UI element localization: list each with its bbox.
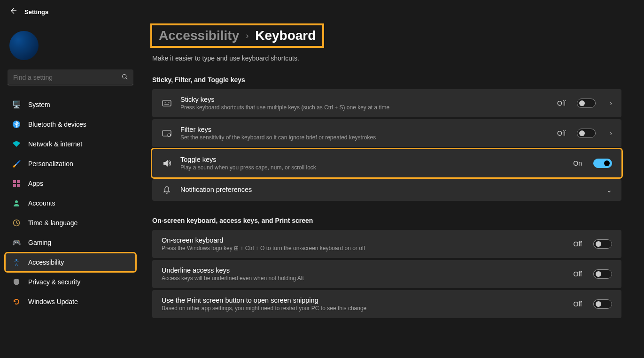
breadcrumb: Accessibility › Keyboard: [152, 25, 322, 46]
sidebar-item-label: Bluetooth & devices: [28, 121, 86, 128]
svg-point-0: [123, 75, 126, 78]
search-wrap: [8, 69, 133, 85]
shield-icon: [12, 278, 21, 286]
svg-point-11: [168, 134, 171, 137]
chevron-right-icon: ›: [246, 31, 248, 41]
row-desc: Play a sound when you press caps, num, o…: [180, 164, 565, 171]
breadcrumb-parent[interactable]: Accessibility: [159, 28, 239, 43]
section-head-keys: Sticky, Filter, and Toggle keys: [152, 76, 621, 84]
bluetooth-icon: [12, 120, 21, 129]
sidebar-item-accessibility[interactable]: Accessibility: [6, 253, 135, 271]
sidebar-item-privacy[interactable]: Privacy & security: [6, 273, 135, 291]
toggle-print-screen[interactable]: [593, 299, 612, 309]
row-onscreen-keyboard[interactable]: On-screen keyboard Press the Windows log…: [152, 230, 621, 258]
row-state: Off: [557, 99, 566, 107]
row-state: On: [573, 160, 582, 167]
sidebar-item-time[interactable]: Time & language: [6, 214, 135, 232]
sidebar-item-accounts[interactable]: Accounts: [6, 194, 135, 212]
breadcrumb-current: Keyboard: [255, 28, 316, 43]
toggle-underline-access-keys[interactable]: [593, 269, 612, 279]
search-icon: [122, 74, 128, 81]
row-underline-access-keys[interactable]: Underline access keys Access keys will b…: [152, 260, 621, 288]
row-filter-keys[interactable]: Filter keys Set the sensitivity of the k…: [152, 119, 621, 147]
svg-rect-4: [13, 184, 16, 187]
sidebar-item-label: Gaming: [28, 239, 51, 246]
row-state: Off: [557, 129, 566, 137]
row-state: Off: [574, 240, 582, 248]
row-print-screen[interactable]: Use the Print screen button to open scre…: [152, 290, 621, 318]
row-notification-prefs[interactable]: Notification preferences ⌄: [152, 179, 621, 201]
accessibility-icon: [12, 258, 21, 267]
svg-rect-2: [13, 180, 16, 183]
row-desc: Press keyboard shortcuts that use multip…: [180, 104, 549, 111]
svg-point-6: [15, 200, 18, 203]
keyboard-gear-icon: [162, 129, 172, 137]
row-desc: Press the Windows logo key ⊞ + Ctrl + O …: [162, 245, 565, 251]
sidebar-item-gaming[interactable]: 🎮 Gaming: [6, 234, 135, 251]
keyboard-icon: [162, 99, 172, 107]
display-icon: 🖥️: [12, 100, 21, 109]
svg-rect-5: [17, 184, 20, 187]
chevron-down-icon[interactable]: ⌄: [606, 186, 612, 194]
row-state: Off: [574, 300, 582, 308]
row-title: Use the Print screen button to open scre…: [162, 297, 565, 304]
section-head-osk: On-screen keyboard, access keys, and Pri…: [152, 217, 621, 224]
update-icon: [12, 297, 21, 306]
toggle-filter-keys[interactable]: [577, 129, 596, 138]
avatar[interactable]: [9, 31, 39, 60]
sidebar-item-bluetooth[interactable]: Bluetooth & devices: [6, 115, 135, 133]
sidebar-item-label: Time & language: [28, 219, 78, 227]
row-title: Notification preferences: [180, 186, 592, 193]
bell-icon: [162, 186, 172, 194]
sidebar-item-label: Windows Update: [28, 298, 78, 305]
apps-icon: [12, 179, 21, 188]
wifi-icon: [12, 140, 21, 148]
sidebar-item-label: Personalization: [28, 160, 73, 168]
chevron-right-icon[interactable]: ›: [610, 99, 612, 107]
person-icon: [12, 199, 21, 207]
app-title: Settings: [24, 8, 48, 15]
titlebar: Settings: [0, 0, 644, 23]
row-desc: Set the sensitivity of the keyboard so i…: [180, 134, 549, 141]
sound-icon: [162, 159, 172, 168]
row-toggle-keys[interactable]: Toggle keys Play a sound when you press …: [152, 149, 621, 177]
svg-rect-9: [163, 100, 171, 106]
row-title: Underline access keys: [162, 267, 565, 274]
row-title: Sticky keys: [180, 96, 549, 103]
row-state: Off: [574, 270, 582, 278]
gamepad-icon: 🎮: [12, 238, 21, 247]
row-desc: Access keys will be underlined even when…: [162, 275, 565, 282]
sidebar: 🖥️ System Bluetooth & devices Network & …: [0, 23, 141, 358]
sidebar-item-network[interactable]: Network & internet: [6, 135, 135, 153]
page-description: Make it easier to type and use keyboard …: [152, 54, 621, 62]
row-title: Filter keys: [180, 126, 549, 133]
sidebar-item-apps[interactable]: Apps: [6, 175, 135, 192]
toggle-onscreen-keyboard[interactable]: [593, 239, 612, 249]
sidebar-item-personalization[interactable]: 🖌️ Personalization: [6, 155, 135, 173]
sidebar-item-system[interactable]: 🖥️ System: [6, 96, 135, 114]
row-sticky-keys[interactable]: Sticky keys Press keyboard shortcuts tha…: [152, 89, 621, 117]
sidebar-item-label: Privacy & security: [28, 278, 80, 286]
row-title: On-screen keyboard: [162, 236, 565, 244]
brush-icon: 🖌️: [12, 160, 21, 168]
content: Accessibility › Keyboard Make it easier …: [141, 23, 644, 358]
chevron-right-icon[interactable]: ›: [610, 129, 612, 137]
back-icon[interactable]: [9, 7, 17, 16]
row-desc: Based on other app settings, you might n…: [162, 305, 565, 312]
sidebar-item-label: Apps: [28, 180, 43, 187]
sidebar-item-update[interactable]: Windows Update: [6, 293, 135, 311]
svg-point-8: [16, 259, 17, 261]
sidebar-item-label: Network & internet: [28, 140, 82, 148]
sidebar-item-label: Accessibility: [28, 259, 64, 266]
search-input[interactable]: [8, 69, 133, 85]
toggle-toggle-keys[interactable]: [593, 159, 612, 168]
clock-icon: [12, 219, 21, 227]
sidebar-item-label: System: [28, 101, 50, 108]
svg-rect-3: [17, 180, 20, 183]
row-title: Toggle keys: [180, 156, 565, 163]
sidebar-item-label: Accounts: [28, 199, 55, 207]
toggle-sticky-keys[interactable]: [577, 99, 596, 108]
